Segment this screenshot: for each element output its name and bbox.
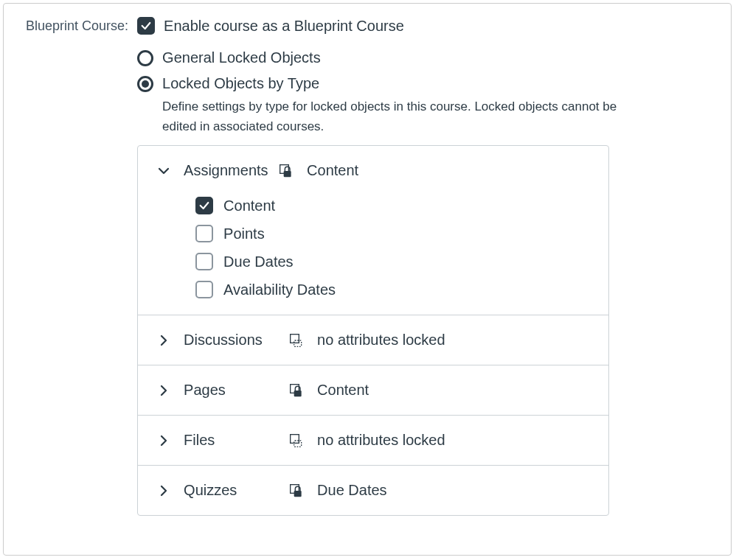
- assignments-points-checkbox[interactable]: [195, 225, 213, 242]
- check-icon: [140, 20, 152, 32]
- assignments-duedates-checkbox[interactable]: [195, 253, 213, 270]
- assignments-availability-checkbox[interactable]: [195, 281, 213, 298]
- type-status: Content: [307, 162, 358, 179]
- radio-general-locked[interactable]: [137, 50, 153, 66]
- type-status: Due Dates: [317, 482, 387, 499]
- radio-by-type-label: Locked Objects by Type: [162, 75, 319, 92]
- type-row-discussions[interactable]: Discussions no attributes locked: [138, 315, 608, 365]
- enable-blueprint-checkbox[interactable]: [137, 17, 155, 35]
- assignments-content-checkbox[interactable]: [195, 197, 213, 214]
- svg-rect-9: [294, 491, 302, 497]
- svg-rect-5: [294, 391, 302, 396]
- lock-locked-icon: [279, 164, 294, 178]
- option-label: Content: [223, 197, 275, 214]
- chevron-right-icon: [157, 484, 170, 497]
- option-label: Points: [223, 225, 265, 242]
- svg-rect-1: [284, 171, 291, 177]
- lock-unlocked-icon: [289, 333, 304, 348]
- type-row-assignments[interactable]: Assignments Content: [138, 146, 608, 195]
- lock-locked-icon: [289, 383, 304, 398]
- svg-rect-2: [291, 335, 299, 343]
- by-type-description: Define settings by type for locked objec…: [162, 97, 634, 136]
- lock-unlocked-icon: [289, 433, 304, 448]
- check-icon: [198, 200, 210, 211]
- option-label: Availability Dates: [223, 281, 336, 298]
- type-status: Content: [317, 382, 369, 399]
- type-name: Discussions: [184, 332, 276, 349]
- chevron-right-icon: [157, 334, 170, 347]
- enable-blueprint-label: Enable course as a Blueprint Course: [164, 18, 404, 35]
- radio-general-label: General Locked Objects: [162, 49, 321, 66]
- type-status: no attributes locked: [317, 432, 445, 449]
- svg-rect-6: [291, 435, 299, 444]
- lock-locked-icon: [289, 483, 304, 498]
- svg-rect-3: [294, 340, 302, 346]
- chevron-right-icon: [157, 434, 170, 447]
- type-row-pages[interactable]: Pages Content: [138, 365, 608, 415]
- type-name: Quizzes: [184, 482, 276, 499]
- radio-by-type[interactable]: [137, 76, 153, 92]
- chevron-down-icon: [157, 164, 170, 178]
- type-status: no attributes locked: [317, 332, 445, 349]
- field-label: Blueprint Course:: [26, 17, 128, 34]
- svg-rect-7: [294, 441, 302, 447]
- chevron-right-icon: [157, 384, 170, 397]
- type-name: Pages: [184, 382, 276, 399]
- option-label: Due Dates: [223, 253, 294, 270]
- locked-types-container: Assignments Content Content: [137, 145, 609, 516]
- assignments-options: Content Points Due Dates Availabili: [138, 195, 608, 315]
- type-row-quizzes[interactable]: Quizzes Due Dates: [138, 465, 608, 515]
- type-name: Assignments: [184, 162, 276, 179]
- type-row-files[interactable]: Files no attributes locked: [138, 415, 608, 465]
- type-name: Files: [184, 432, 276, 449]
